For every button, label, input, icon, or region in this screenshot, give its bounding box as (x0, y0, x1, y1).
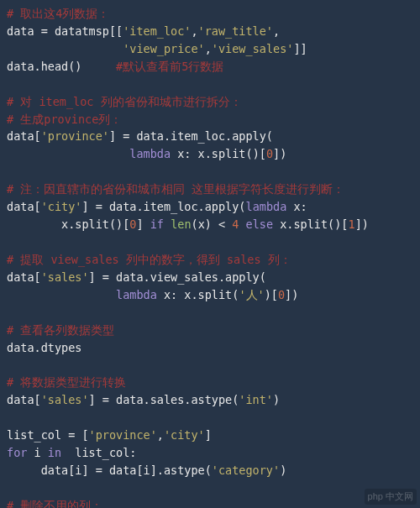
code-token: ] (205, 428, 212, 442)
code-line: # 注：因直辖市的省份和城市相同 这里根据字符长度进行判断： (7, 181, 413, 198)
code-token: ) (280, 463, 286, 477)
code-token: i (27, 446, 47, 459)
code-line: data['city'] = data.item_loc.apply(lambd… (7, 198, 413, 216)
comment-text: # 删除不用的列： (7, 499, 102, 508)
comment-text: # 对 item_loc 列的省份和城市进行拆分： (7, 95, 242, 108)
code-token: 'view_sales' (212, 42, 294, 55)
code-token: 'view_price' (123, 42, 205, 55)
code-token: , (273, 24, 280, 38)
code-line: # 对 item_loc 列的省份和城市进行拆分： (7, 93, 413, 111)
code-token: 1 (349, 217, 355, 231)
code-token (7, 288, 116, 301)
code-token: (x) < (192, 217, 233, 231)
code-line: lambda x: x.split('人')[0]) (7, 286, 413, 304)
code-token (7, 147, 129, 160)
code-token: 'province' (89, 428, 157, 442)
code-token: list_col: (61, 446, 136, 459)
code-line (7, 76, 413, 93)
code-token: data[ (7, 393, 41, 406)
code-token: data = datatmsp[[ (7, 24, 123, 38)
code-line (7, 409, 413, 427)
code-line: for i in list_col: (7, 444, 413, 462)
code-token: ]] (293, 42, 307, 55)
comment-text: # 查看各列数据类型 (7, 323, 114, 337)
code-token: lambda (116, 288, 157, 301)
code-token: 'sales' (41, 393, 89, 406)
code-token: #默认查看前5行数据 (116, 60, 223, 73)
code-line: data.head() #默认查看前5行数据 (7, 58, 413, 76)
code-token: 'city' (164, 428, 205, 442)
code-line: data = datatmsp[['item_loc','raw_title', (7, 23, 413, 40)
code-editor: # 取出这4列数据：data = datatmsp[['item_loc','r… (0, 0, 420, 508)
code-token: 0 (266, 147, 273, 160)
code-line: data[i] = data[i].astype('category') (7, 462, 413, 479)
code-token (7, 42, 123, 55)
code-token: ] = data.sales.astype( (89, 393, 239, 406)
code-token: ] = data.view_sales.apply( (89, 270, 266, 284)
code-token: ] = data.item_loc.apply( (109, 129, 273, 143)
code-token: data[ (7, 270, 41, 284)
code-token: lambda (246, 200, 287, 213)
code-token: ] = data.item_loc.apply( (81, 200, 245, 213)
comment-text: # 生成province列： (7, 113, 122, 126)
code-token: ]) (273, 147, 286, 160)
code-line: # 取出这4列数据： (7, 5, 413, 23)
code-token: data[i] = data[i].astype( (7, 463, 212, 477)
code-line: # 删除不用的列： (7, 497, 413, 508)
code-token: for (7, 446, 27, 459)
code-token: list_col = [ (7, 428, 89, 442)
code-token: data.dtypes (7, 341, 81, 354)
code-token (239, 217, 245, 231)
code-token: x.split()[ (7, 217, 129, 231)
comment-text: # 提取 view_sales 列中的数字，得到 sales 列： (7, 253, 291, 266)
code-token: , (191, 24, 197, 38)
code-token: , (157, 428, 164, 442)
code-token: in (48, 446, 61, 459)
code-token: if (150, 217, 164, 231)
code-token: data[ (7, 129, 41, 143)
code-token: 'sales' (41, 270, 89, 284)
code-line (7, 163, 413, 181)
code-token: ]) (285, 288, 298, 301)
code-token: len (171, 217, 191, 231)
code-token: 0 (278, 288, 285, 301)
code-line: list_col = ['province','city'] (7, 427, 413, 444)
code-token: x: x.split()[ (171, 147, 266, 160)
code-token: ]) (355, 217, 369, 231)
code-line: # 生成province列： (7, 111, 413, 128)
code-token: , (205, 42, 212, 55)
comment-text: # 取出这4列数据： (7, 7, 109, 20)
code-line: # 提取 view_sales 列中的数字，得到 sales 列： (7, 251, 413, 269)
code-line (7, 479, 413, 497)
watermark-label: php 中文网 (365, 489, 417, 505)
code-line (7, 356, 413, 374)
code-token: x: x.split( (157, 288, 239, 301)
code-token: '人' (239, 288, 264, 301)
code-line: data['province'] = data.item_loc.apply( (7, 128, 413, 145)
code-token: lambda (129, 147, 171, 160)
code-token: 'category' (212, 463, 280, 477)
code-token: 'raw_title' (198, 24, 273, 38)
code-token: 'item_loc' (123, 24, 191, 38)
code-line: lambda x: x.split()[0]) (7, 145, 413, 163)
code-token (164, 217, 171, 231)
code-token: data[ (7, 200, 41, 213)
code-line: # 将数据类型进行转换 (7, 374, 413, 391)
code-line: # 查看各列数据类型 (7, 322, 413, 339)
code-line (7, 233, 413, 251)
code-token: ] (136, 217, 150, 231)
code-token: 'city' (41, 200, 82, 213)
code-token: else (246, 217, 274, 231)
code-token: 'province' (41, 129, 109, 143)
code-line: data['sales'] = data.sales.astype('int') (7, 391, 413, 409)
code-line: data.dtypes (7, 339, 413, 357)
code-token: 'int' (239, 393, 273, 406)
code-line: data['sales'] = data.view_sales.apply( (7, 269, 413, 286)
comment-text: # 注：因直辖市的省份和城市相同 这里根据字符长度进行判断： (7, 182, 344, 196)
code-token: x.split()[ (273, 217, 348, 231)
code-token: )[ (265, 288, 278, 301)
comment-text: # 将数据类型进行转换 (7, 375, 126, 389)
code-line: 'view_price','view_sales']] (7, 40, 413, 58)
code-token: data.head() (7, 60, 116, 73)
code-line (7, 304, 413, 322)
